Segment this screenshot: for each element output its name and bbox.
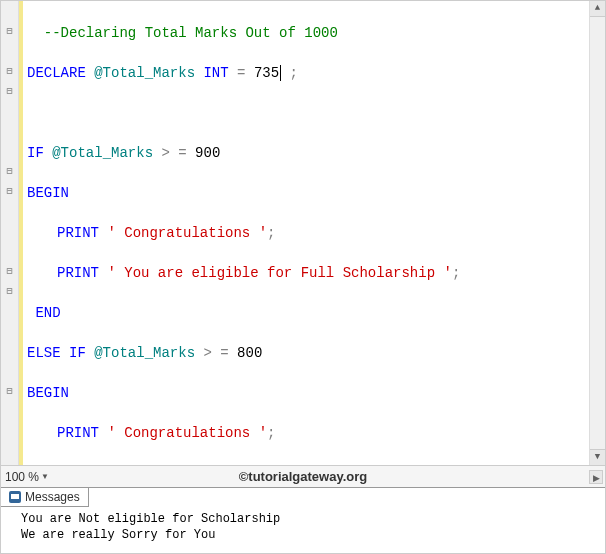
scroll-down-icon[interactable]: ▼ [590,449,605,465]
tab-messages-label: Messages [25,490,80,504]
fold-toggle-icon[interactable]: ⊟ [6,386,12,397]
fold-toggle-icon[interactable]: ⊟ [6,86,12,97]
watermark-text: ©tutorialgateway.org [239,469,368,484]
keyword-if: IF [27,145,44,161]
fold-toggle-icon[interactable]: ⊟ [6,66,12,77]
message-line: You are Not eligible for Scholarship [21,511,585,527]
code-editor[interactable]: ⊟ ⊟ ⊟ ⊟ ⊟ ⊟ ⊟ ⊟ --Declaring Total Marks … [1,1,605,465]
literal-735: 735 [254,65,279,81]
keyword-elseif: ELSE IF [27,345,86,361]
fold-toggle-icon[interactable]: ⊟ [6,26,12,37]
keyword-begin: BEGIN [27,185,69,201]
keyword-print: PRINT [57,265,99,281]
zoom-dropdown[interactable]: 100 % ▼ [5,470,49,484]
semicolon: ; [452,265,460,281]
semicolon: ; [267,425,275,441]
keyword-print: PRINT [57,225,99,241]
messages-output[interactable]: You are Not eligible for Scholarship We … [1,507,605,553]
comment-text: --Declaring Total Marks Out of 1000 [44,25,338,41]
semicolon: ; [290,65,298,81]
literal-800: 800 [237,345,262,361]
semicolon: ; [267,225,275,241]
code-content[interactable]: --Declaring Total Marks Out of 1000 DECL… [23,1,589,465]
variable: @Total_Marks [94,345,195,361]
chevron-down-icon: ▼ [41,472,49,481]
keyword-begin: BEGIN [27,385,69,401]
string-congrats: ' Congratulations ' [107,425,267,441]
tab-messages[interactable]: Messages [1,488,89,507]
string-congrats: ' Congratulations ' [107,225,267,241]
variable: @Total_Marks [52,145,153,161]
fold-toggle-icon[interactable]: ⊟ [6,166,12,177]
scroll-up-icon[interactable]: ▲ [590,1,605,17]
keyword-int: INT [203,65,228,81]
message-line: We are really Sorry for You [21,527,585,543]
fold-toggle-icon[interactable]: ⊟ [6,186,12,197]
literal-900: 900 [195,145,220,161]
variable: @Total_Marks [94,65,195,81]
operator-ge: > = [161,145,186,161]
keyword-end: END [35,305,60,321]
operator-ge: > = [203,345,228,361]
zoom-value: 100 % [5,470,39,484]
messages-panel: Messages You are Not eligible for Schola… [1,487,605,553]
scroll-right-icon[interactable]: ▶ [589,470,603,484]
vertical-scrollbar[interactable]: ▲ ▼ [589,1,605,465]
keyword-declare: DECLARE [27,65,86,81]
fold-toggle-icon[interactable]: ⊟ [6,286,12,297]
operator-eq: = [237,65,245,81]
string-full-scholarship: ' You are eligible for Full Scholarship … [107,265,451,281]
messages-icon [9,491,21,503]
fold-toggle-icon[interactable]: ⊟ [6,266,12,277]
text-cursor [280,65,281,81]
keyword-print: PRINT [57,425,99,441]
fold-gutter: ⊟ ⊟ ⊟ ⊟ ⊟ ⊟ ⊟ ⊟ [1,1,19,465]
status-bar: 100 % ▼ ©tutorialgateway.org ▶ [1,465,605,487]
